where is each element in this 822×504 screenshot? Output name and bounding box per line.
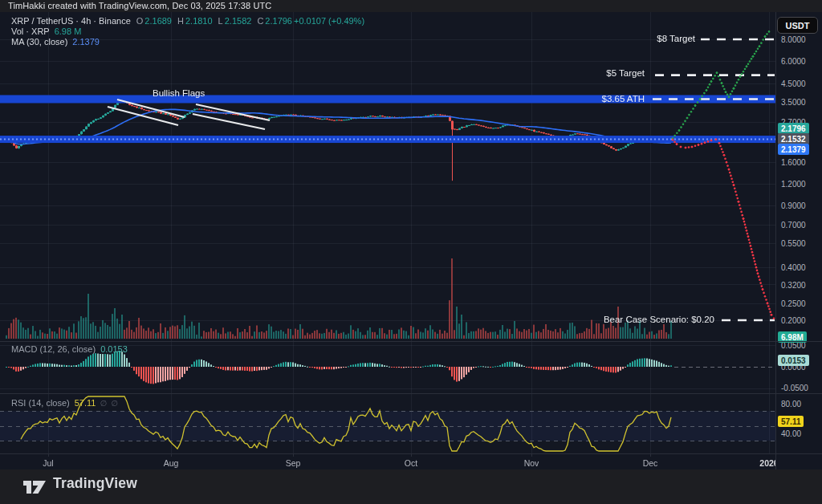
time-axis[interactable]: JulAugSepOctNovDec2026 [0,453,775,469]
change-value: +0.0107 (+0.49%) [294,16,364,26]
month-label: Nov [524,458,539,468]
symbol-title[interactable]: XRP / TetherUS · 4h · Binance [11,16,131,26]
month-label: Aug [164,458,179,468]
hide-icon: ∅ [111,399,118,408]
volume-label[interactable]: Vol · XRP [11,26,50,36]
month-label: Sep [286,458,301,468]
ohlc-high-value: 2.1810 [185,16,213,26]
ohlc-low-value: 2.1582 [225,16,252,26]
rsi-label[interactable]: RSI (14, close) [11,398,70,408]
ohlc-low-key: L [218,16,223,26]
currency-toggle-button[interactable]: USDT [777,17,818,34]
ohlc-high-key: H [177,16,184,26]
ohlc-open-value: 2.1689 [144,16,172,26]
ohlc-open-key: O [136,16,144,26]
attribution-text: TimHakki created with TradingView.com, D… [8,1,271,12]
bullish-flags-label: Bullish Flags [153,88,205,98]
legend-row-symbol: XRP / TetherUS · 4h · BinanceO2.1689H2.1… [11,16,364,26]
hide-icon: ∅ [100,399,107,408]
ath-label: $3.65 ATH [602,94,645,104]
volume-value: 6.98 M [55,26,82,36]
snapshot-frame: TimHakki created with TradingView.com, D… [0,0,822,504]
month-label: Jul [43,458,53,468]
macd-legend: MACD (12, 26, close)0.0153 [11,344,128,354]
macd-value: 0.0153 [100,344,128,354]
macd-label[interactable]: MACD (12, 26, close) [11,344,96,354]
bear-case-label: Bear Case Scenario: $0.20 [604,315,714,324]
ma-value: 2.1379 [72,37,100,47]
legend-row-ma: MA (30, close)2.1379 [11,37,364,47]
legend-row-volume: Vol · XRP6.98 M [11,26,364,37]
tradingview-logo-icon [22,477,47,498]
ma-label[interactable]: MA (30, close) [11,37,67,47]
chart-canvas[interactable] [0,0,822,504]
target5-label: $5 Target [606,68,645,78]
year-label: 2026 [759,458,775,468]
month-label: Oct [405,458,417,468]
rsi-legend: RSI (14, close)57.11∅∅ [11,398,118,408]
ohlc-close-key: C [257,16,263,26]
rsi-value: 57.11 [75,398,96,408]
target8-label: $8 Target [657,34,695,43]
month-label: Dec [643,458,658,468]
ohlc-close-value: 2.1796 [265,16,292,26]
footer-bar: TradingView [0,469,822,504]
tradingview-brand-text: TradingView [53,475,137,492]
symbol-legend: XRP / TetherUS · 4h · BinanceO2.1689H2.1… [11,16,364,47]
